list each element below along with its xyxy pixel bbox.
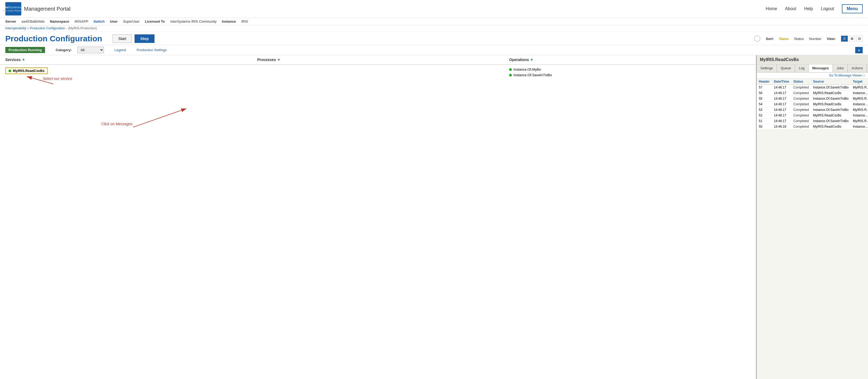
tab-messages[interactable]: Messages <box>809 64 833 72</box>
cell-source: MyIRIS.ReadCsvBs <box>811 113 851 118</box>
breadcrumb-sep1: > <box>27 26 30 30</box>
cell-target: MyIRIS.R... <box>851 96 868 101</box>
switch-link[interactable]: Switch <box>94 20 105 24</box>
go-to-viewer-link[interactable]: Go To Message Viewer □ <box>757 72 868 79</box>
messages-tbody: 57 14:46:17 Completed Instance.Of.SaveIn… <box>757 85 868 129</box>
tab-actions[interactable]: Actions <box>848 64 867 72</box>
tab-jobs[interactable]: Jobs <box>833 64 848 72</box>
table-row[interactable]: 55 14:46:17 Completed Instance.Of.SaveIn… <box>757 96 868 101</box>
col-processes-header: Processes + <box>252 57 504 62</box>
nav-logout[interactable]: Logout <box>821 6 834 11</box>
view-split-button[interactable]: ⊟ <box>856 36 863 41</box>
add-service-icon[interactable]: + <box>22 57 25 62</box>
messages-table-header-row: Header Date/Time Status Source Target <box>757 79 868 85</box>
col-body-processes <box>252 67 504 79</box>
cell-status: Completed <box>791 107 811 113</box>
col-body-services: MyIRIS.ReadCsvBs <box>0 67 252 79</box>
nav-home[interactable]: Home <box>766 6 777 11</box>
view-grid-button[interactable]: ⊞ <box>849 36 855 41</box>
cell-source: Instance.Of.SaveInTxtBo <box>811 107 851 113</box>
cell-datetime: 14:46:16 <box>772 124 791 129</box>
top-nav: InterSystems™ IRIS Data Platform Managem… <box>0 0 868 18</box>
stop-button[interactable]: Stop <box>134 34 155 43</box>
cell-status: Completed <box>791 124 811 129</box>
nav-about[interactable]: About <box>785 6 796 11</box>
cell-header: 53 <box>757 107 772 113</box>
processes-label: Processes <box>257 58 276 62</box>
cell-target: Instance... <box>851 124 868 129</box>
right-panel: MyIRIS.ReadCsvBs Settings Queue Log Mess… <box>756 55 868 379</box>
table-row[interactable]: 53 14:46:17 Completed Instance.Of.SaveIn… <box>757 107 868 113</box>
view-icons: ☰ ⊞ ⊟ <box>841 36 863 41</box>
sort-number[interactable]: Number <box>809 37 822 41</box>
page-header: Production Configuration Start Stop Sort… <box>0 31 868 45</box>
category-label: Category: <box>56 48 72 52</box>
nav-help[interactable]: Help <box>804 6 813 11</box>
table-row[interactable]: 54 14:46:17 Completed MyIRIS.ReadCsvBs I… <box>757 101 868 107</box>
right-panel-title: MyIRIS.ReadCsvBs <box>757 55 868 64</box>
operation-item-saveinttxtbo[interactable]: Instance.Of.SaveInTxtBo <box>509 73 750 77</box>
licensed-to-value: InterSystems IRIS Community <box>170 20 217 24</box>
cell-status: Completed <box>791 96 811 101</box>
messages-table: Header Date/Time Status Source Target 57… <box>757 79 868 129</box>
cell-header: 56 <box>757 90 772 96</box>
cell-target: MyIRIS.R... <box>851 85 868 90</box>
annotation-click-messages: Click on Messages <box>101 122 133 126</box>
start-button[interactable]: Start <box>113 34 132 43</box>
sort-status[interactable]: Status <box>794 37 804 41</box>
cell-datetime: 14:46:17 <box>772 107 791 113</box>
cell-datetime: 14:46:17 <box>772 118 791 124</box>
cell-status: Completed <box>791 85 811 90</box>
col-header-source: Source <box>811 79 851 85</box>
breadcrumb-current: (MyIRIS.Production) <box>68 26 97 30</box>
operations-label: Operations <box>509 58 529 62</box>
operation-item-mybo[interactable]: Instance.Of.MyBo <box>509 67 750 71</box>
legend-link[interactable]: Legend <box>115 48 126 52</box>
cell-source: Instance.Of.SaveInTxtBo <box>811 85 851 90</box>
main-content: Services + Processes + Operations + MyIR… <box>0 55 868 379</box>
columns-body: MyIRIS.ReadCsvBs Instance.Of.MyBo Instan… <box>0 65 756 81</box>
sort-name[interactable]: Name <box>779 37 788 41</box>
cell-source: MyIRIS.ReadCsvBs <box>811 124 851 129</box>
view-list-button[interactable]: ☰ <box>841 36 848 41</box>
cell-datetime: 14:46:17 <box>772 96 791 101</box>
cell-target: MyIRIS.R... <box>851 107 868 113</box>
instance-label: Instance <box>222 20 236 24</box>
production-settings-link[interactable]: Production Settings <box>137 48 167 52</box>
cell-status: Completed <box>791 101 811 107</box>
cell-source: MyIRIS.ReadCsvBs <box>811 101 851 107</box>
breadcrumb: Interoperability > Production Configurat… <box>0 25 868 31</box>
table-row[interactable]: 50 14:46:16 Completed MyIRIS.ReadCsvBs I… <box>757 124 868 129</box>
cell-status: Completed <box>791 90 811 96</box>
table-row[interactable]: 52 14:46:17 Completed MyIRIS.ReadCsvBs I… <box>757 113 868 118</box>
col-services-header: Services + <box>0 57 252 62</box>
menu-button[interactable]: Menu <box>842 4 863 13</box>
tab-queue[interactable]: Queue <box>777 64 795 72</box>
col-operations-header: Operations + <box>504 57 756 62</box>
cell-target: MyIRIS.R... <box>851 118 868 124</box>
nav-links: Home About Help Logout Menu <box>766 4 863 13</box>
tab-settings[interactable]: Settings <box>757 64 777 72</box>
cell-datetime: 14:46:17 <box>772 113 791 118</box>
breadcrumb-interoperability[interactable]: Interoperability <box>5 26 26 30</box>
operation-status-dot <box>509 68 512 71</box>
tab-log[interactable]: Log <box>795 64 809 72</box>
table-row[interactable]: 56 14:46:17 Completed MyIRIS.ReadCsvBs I… <box>757 90 868 96</box>
cell-header: 54 <box>757 101 772 107</box>
add-process-icon[interactable]: + <box>278 57 280 62</box>
user-value: SuperUser <box>123 20 140 24</box>
operation-status-dot-2 <box>509 74 512 77</box>
category-select[interactable]: All <box>77 47 104 53</box>
cell-source: Instance.Of.SaveInTxtBo <box>811 96 851 101</box>
arrow-overlay <box>0 55 756 379</box>
cell-datetime: 14:46:17 <box>772 85 791 90</box>
table-row[interactable]: 57 14:46:17 Completed Instance.Of.SaveIn… <box>757 85 868 90</box>
namespace-value: IRISAPP <box>74 20 88 24</box>
expand-button[interactable]: » <box>855 47 863 53</box>
add-operation-icon[interactable]: + <box>530 57 533 62</box>
svg-line-3 <box>133 109 186 127</box>
table-row[interactable]: 51 14:46:17 Completed Instance.Of.SaveIn… <box>757 118 868 124</box>
service-item-myiris-readcsvbs[interactable]: MyIRIS.ReadCsvBs <box>5 67 48 74</box>
breadcrumb-production-config[interactable]: Production Configuration <box>30 26 65 30</box>
view-label: View: <box>827 37 836 41</box>
